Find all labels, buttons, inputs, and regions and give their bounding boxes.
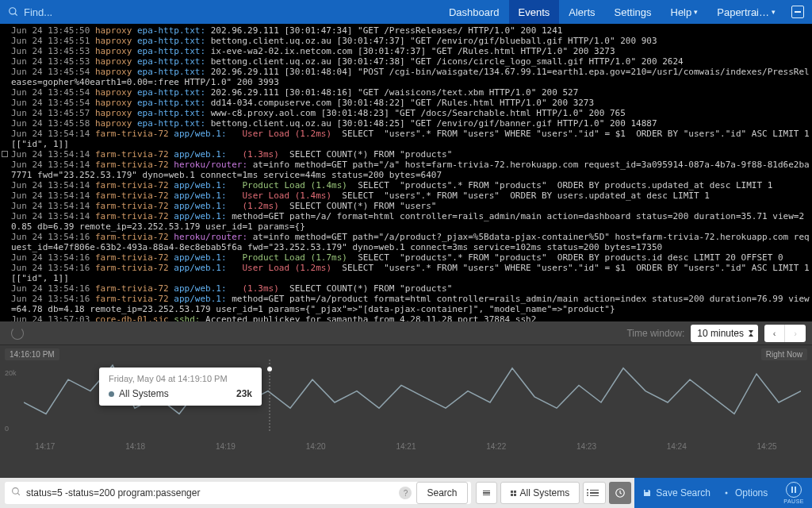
svg-point-7 [725,492,727,495]
list-icon [590,490,599,497]
list-view-button[interactable] [583,482,606,504]
x-tick: 14:24 [667,442,687,451]
pause-button[interactable]: PAUSE [783,482,804,504]
activity-chart[interactable]: 14:16:10 PM Right Now 20k 0 Friday, May … [0,345,812,452]
options-button[interactable]: Options [722,487,768,498]
svg-point-3 [267,367,272,371]
header-nav: Dashboard Events Alerts Settings Help▾ P… [439,0,804,24]
svg-point-4 [13,488,19,495]
save-icon [642,488,652,498]
x-tick: 14:18 [125,442,145,451]
grid-icon [511,491,516,496]
log-line[interactable]: Jun 24 13:54:14 farm-trivia-72 app/web.1… [11,129,812,149]
panel-toolbar: Time window: 10 minutes ‹ › [0,321,812,345]
log-line[interactable]: Jun 24 13:54:16 farm-trivia-72 app/web.1… [11,263,812,283]
bottom-bar: ? Search All Systems Save Search Options… [0,478,812,508]
chart-end-badge: Right Now [761,348,807,360]
activity-panel: Time window: 10 minutes ‹ › 14:16:10 PM … [0,321,812,478]
log-line[interactable]: Jun 24 13:54:14 farm-trivia-72 app/web.1… [11,190,812,201]
log-line[interactable]: Jun 24 13:45:57 haproxy epa-http.txt: ww… [11,108,812,118]
log-line[interactable]: Jun 24 13:54:14 farm-trivia-72 heroku/ro… [11,160,812,180]
log-line[interactable]: Jun 24 13:45:50 haproxy epa-http.txt: 20… [11,25,812,36]
time-window-label: Time window: [626,328,684,339]
time-window-select[interactable]: 10 minutes [691,325,758,342]
x-tick: 14:21 [396,442,416,451]
time-jump-button[interactable] [609,482,631,504]
query-input[interactable] [26,487,394,498]
query-help-icon[interactable]: ? [399,487,412,499]
log-line[interactable]: Jun 24 13:54:14 farm-trivia-72 app/web.1… [11,149,812,160]
search-button[interactable]: Search [416,482,467,504]
x-tick: 14:19 [216,442,236,451]
log-line[interactable]: Jun 24 13:45:54 haproxy epa-http.txt: 20… [11,87,812,98]
header-search[interactable]: Find... [8,6,439,18]
app-header: Find... Dashboard Events Alerts Settings… [0,0,812,24]
svg-line-5 [17,493,20,495]
time-prev-button[interactable]: ‹ [764,325,785,342]
log-line[interactable]: Jun 24 13:45:53 haproxy epa-http.txt: ix… [11,46,812,56]
log-line[interactable]: Jun 24 13:45:54 haproxy epa-http.txt: dd… [11,98,812,108]
nav-alerts[interactable]: Alerts [559,0,604,24]
time-next-button[interactable]: › [785,325,806,342]
systems-filter-button[interactable]: All Systems [500,482,580,504]
nav-help[interactable]: Help▾ [661,0,708,24]
x-tick: 14:23 [576,442,596,451]
gear-icon [722,488,731,498]
log-line[interactable]: Jun 24 13:45:54 haproxy epa-http.txt: 20… [11,67,812,87]
nav-events[interactable]: Events [509,0,560,24]
chevron-down-icon: ▾ [694,8,698,16]
save-search-button[interactable]: Save Search [642,487,710,498]
log-line[interactable]: Jun 24 13:45:53 haproxy epa-http.txt: be… [11,56,812,67]
tooltip-timestamp: Friday, May 04 at 14:19:10 PM [109,374,252,383]
log-line[interactable]: Jun 24 13:57:03 core-db-01.sjc sshd: Acc… [11,314,812,321]
logout-icon[interactable] [791,6,804,18]
refresh-icon[interactable] [11,327,24,340]
bars-icon [483,491,490,496]
svg-line-1 [15,13,17,16]
nav-settings[interactable]: Settings [605,0,661,24]
svg-point-0 [10,8,16,14]
log-line[interactable]: Jun 24 13:45:51 haproxy epa-http.txt: be… [11,36,812,46]
chart-toggle-button[interactable] [476,482,497,504]
log-line[interactable]: Jun 24 13:54:14 farm-trivia-72 app/web.1… [11,180,812,190]
log-line[interactable]: Jun 24 13:54:16 farm-trivia-72 app/web.1… [11,252,812,263]
find-placeholder: Find... [24,6,52,18]
nav-account[interactable]: Papertrai…▾ [707,0,785,24]
log-line[interactable]: Jun 24 13:54:16 farm-trivia-72 heroku/ro… [11,232,812,252]
time-nav: ‹ › [764,325,806,342]
log-marker-icon [2,151,8,157]
tooltip-value: 23k [236,388,252,399]
chart-tooltip: Friday, May 04 at 14:19:10 PM All System… [99,368,262,406]
tooltip-series: All Systems [119,388,169,399]
chart-start-badge: 14:16:10 PM [5,348,59,360]
x-tick: 14:25 [756,442,776,451]
query-wrap: ? Search [5,482,471,504]
pause-icon [786,482,802,498]
log-line[interactable]: Jun 24 13:54:14 farm-trivia-72 app/web.1… [11,201,812,211]
search-icon [8,6,19,17]
log-line[interactable]: Jun 24 13:54:16 farm-trivia-72 app/web.1… [11,283,812,294]
x-tick: 14:20 [306,442,326,451]
chevron-down-icon: ▾ [772,8,776,16]
search-icon [11,486,21,500]
y-tick: 20k [5,369,17,377]
nav-dashboard[interactable]: Dashboard [439,0,509,24]
log-viewer[interactable]: Jun 24 13:45:50 haproxy epa-http.txt: 20… [0,24,812,321]
log-line[interactable]: Jun 24 13:45:58 haproxy epa-http.txt: be… [11,118,812,129]
x-axis: 14:17 14:18 14:19 14:20 14:21 14:22 14:2… [0,442,812,451]
log-line[interactable]: Jun 24 13:54:14 farm-trivia-72 app/web.1… [11,211,812,232]
x-tick: 14:17 [35,442,55,451]
log-line[interactable]: Jun 24 13:54:16 farm-trivia-72 app/web.1… [11,294,812,314]
series-dot-icon [109,391,114,397]
right-actions: Save Search Options PAUSE [634,478,812,508]
x-tick: 14:22 [486,442,506,451]
y-tick: 0 [5,425,9,433]
